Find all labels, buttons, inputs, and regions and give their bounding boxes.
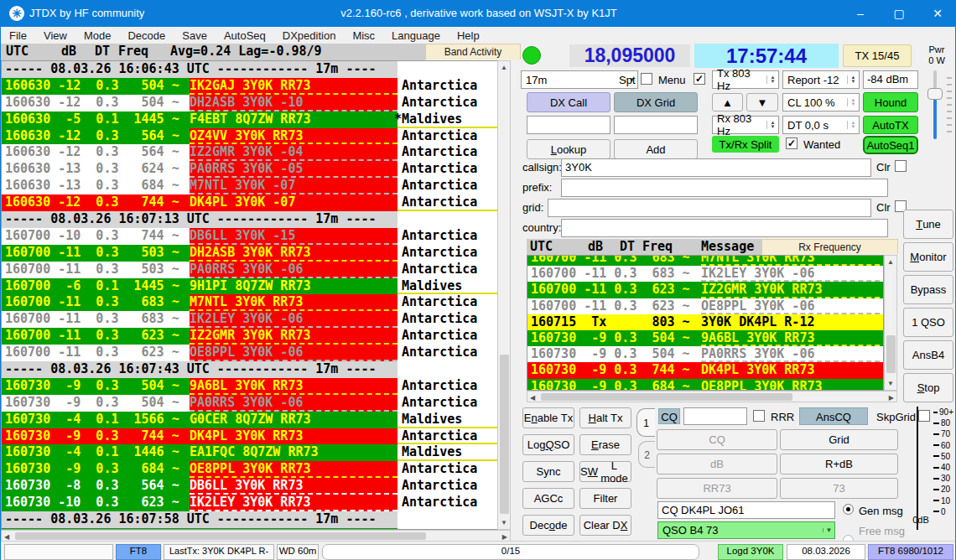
band-decode-row[interactable]: 160700 -11 0.3 683 ~ M7NTL 3Y0K RR73Anta…	[2, 294, 497, 311]
scroll-right-icon[interactable]: ▶	[889, 394, 894, 402]
msg-73-button[interactable]: 73	[780, 478, 898, 499]
scroll-up-icon[interactable]: ▲	[498, 64, 510, 71]
band-decode-row[interactable]: 160700 -11 0.3 623 ~ IZ2GMR 3Y0K RR73Ant…	[2, 328, 497, 345]
band-decode-row[interactable]: 160730 -9 0.3 744 ~ DK4PL 3Y0K RR73Antar…	[2, 428, 497, 445]
dbm-field[interactable]: -84 dBm	[863, 70, 918, 89]
band-decode-row[interactable]: 160630 -12 0.3 744 ~ DK4PL 3Y0K -07Antar…	[2, 194, 497, 211]
rx-frequency-vscrollbar[interactable]: ▲ ▼	[884, 255, 897, 391]
rx-decode-row[interactable]: 160730 -9 0.3 504 ~ PA0RRS 3Y0K -06	[527, 346, 883, 362]
log-qso-button[interactable]: Log QSO	[522, 434, 574, 455]
rx-decode-row[interactable]: 160700 -11 0.3 683 ~ IK2LEY 3Y0K -06	[527, 266, 883, 282]
swl-mode-button[interactable]: SWL mode	[579, 461, 631, 482]
menu-checkbox[interactable]: ✓	[694, 73, 705, 85]
menu-item-language[interactable]: Language	[383, 29, 449, 42]
anscq-button[interactable]: AnsCQ	[799, 407, 868, 425]
band-decode-row[interactable]: 160700 -11 0.3 503 ~ DH2ASB 3Y0K RR73Ant…	[2, 245, 497, 262]
scroll-thumb[interactable]	[541, 393, 792, 401]
scroll-right-icon[interactable]: ▶	[502, 533, 507, 541]
menu-item-view[interactable]: View	[35, 29, 75, 42]
msg-cq-button[interactable]: CQ	[657, 429, 777, 450]
msg-db-button[interactable]: dB	[657, 454, 777, 474]
scroll-down-icon[interactable]: ▼	[885, 380, 896, 387]
band-decode-row[interactable]: 160630 -5 0.1 1445 ~ F4EBT 8Q7ZW RR73*Ma…	[2, 111, 497, 128]
menu-item-misc[interactable]: Misc	[344, 29, 383, 42]
clear-dx-button[interactable]: Clear DX	[579, 515, 631, 536]
band-decode-row[interactable]: 160700 -11 0.3 623 ~ OE8PPL 3Y0K -06Anta…	[2, 345, 497, 361]
scroll-thumb[interactable]	[500, 355, 509, 514]
txrx-split-button[interactable]: Tx/Rx Split	[712, 136, 779, 153]
rx-decode-row[interactable]: 160730 -9 0.3 504 ~ 9A6BL 3Y0K RR73	[527, 330, 883, 346]
scroll-left-icon[interactable]: ◀	[530, 394, 535, 402]
menu-item-autoseq[interactable]: AutoSeq	[216, 29, 274, 42]
band-decode-row[interactable]: 160700 -11 0.3 683 ~ IK2LEY 3Y0K -06Anta…	[2, 311, 497, 328]
band-decode-row[interactable]: 160630 -12 0.3 504 ~ DH2ASB 3Y0K -10Anta…	[2, 95, 497, 111]
freq-down-button[interactable]: ▼	[746, 93, 778, 111]
band-decode-row[interactable]: 160630 -12 0.3 504 ~ IK2GAJ 3Y0K RR73Ant…	[2, 78, 497, 95]
spin-down-icon[interactable]: ▼	[771, 80, 776, 84]
spin-down-icon[interactable]: ▼	[851, 80, 856, 84]
wanted-checkbox[interactable]: ✓	[786, 137, 798, 149]
autoseq-button[interactable]: AutoSeq1	[863, 136, 918, 154]
scroll-down-icon[interactable]: ▼	[498, 519, 510, 526]
dx-grid-input[interactable]	[614, 116, 698, 134]
agcc-button[interactable]: AGCc	[522, 488, 574, 509]
menu-item-save[interactable]: Save	[174, 29, 216, 42]
rx-decode-row[interactable]: 160730 -9 0.3 744 ~ DK4PL 3Y0K RR73	[527, 362, 883, 378]
band-decode-row[interactable]: 160730 -8 0.3 564 ~ DB6LL 3Y0K RR73Antar…	[2, 478, 497, 495]
prefix-input[interactable]	[561, 179, 888, 197]
rx-decode-row[interactable]: 160700 -11 0.3 623 ~ IZ2GMR 3Y0K RR73	[527, 282, 883, 298]
menu-item-file[interactable]: File	[1, 29, 35, 42]
cq-chip[interactable]: CQ	[658, 408, 680, 424]
tx-freq-spinbox[interactable]: Tx 803 Hz ▲▼	[712, 70, 779, 89]
minimize-button[interactable]: –	[841, 0, 880, 27]
monitor-button[interactable]: Monitor	[903, 242, 953, 272]
msg-grid-button[interactable]: Grid	[780, 429, 898, 450]
one-qso-button[interactable]: 1 QSO	[903, 308, 953, 337]
dt-spinbox[interactable]: DT 0,0 s ▲▼	[782, 116, 860, 134]
report-spinbox[interactable]: Report -12 ▲▼	[782, 70, 860, 89]
grid-input[interactable]	[548, 199, 871, 217]
dx-call-input[interactable]	[527, 116, 610, 134]
menu-item-decode[interactable]: Decode	[119, 29, 174, 42]
rx-decode-row[interactable]: 160700 -11 0.3 683 ~ M7NTL 3Y0K RR73	[527, 255, 883, 266]
tab-band-activity[interactable]: Band Activity	[425, 44, 521, 60]
erase-button[interactable]: Erase	[579, 434, 631, 455]
menu-item-mode[interactable]: Mode	[75, 29, 120, 42]
scroll-left-icon[interactable]: ◀	[4, 533, 9, 541]
band-decode-row[interactable]: 160700 -6 0.1 1445 ~ 9H1PI 8Q7ZW RR73Mal…	[2, 278, 497, 295]
band-decode-row[interactable]: 160730 -9 0.3 684 ~ OE8PPL 3Y0K RR73Anta…	[2, 461, 497, 478]
decode-button[interactable]: Decode	[522, 515, 574, 536]
dx-grid-button[interactable]: DX Grid	[614, 92, 698, 112]
msg-rr73-button[interactable]: RR73	[657, 478, 777, 499]
qso-b4-dropdown[interactable]: QSO B4 73 ▼	[657, 521, 835, 539]
band-decode-row[interactable]: 160700 -10 0.3 744 ~ DB6LL 3Y0K -15Antar…	[2, 228, 497, 245]
spin-down-icon[interactable]: ▼	[851, 125, 856, 129]
band-decode-row[interactable]: 160730 -9 0.3 504 ~ PA0RRS 3Y0K -06Antar…	[2, 395, 497, 412]
enable-tx-button[interactable]: Enable Tx	[522, 407, 574, 428]
close-button[interactable]: ✕	[918, 0, 956, 27]
lookup-button[interactable]: Lookup	[527, 139, 610, 159]
callsign-input[interactable]: 3Y0K	[561, 158, 871, 177]
rx-decode-row[interactable]: 160715 Tx 803 ~ 3Y0K DK4PL R-12	[527, 314, 883, 330]
band-decode-row[interactable]: 160730 -4 0.1 1446 ~ EA1FQC 8Q7ZW RR73Ma…	[2, 444, 497, 461]
gen-msg-radio[interactable]	[843, 504, 854, 515]
cq-dir-input[interactable]	[683, 407, 747, 425]
halt-tx-button[interactable]: Halt Tx	[579, 407, 631, 428]
bypass-button[interactable]: Bypass	[903, 275, 953, 304]
filter-button[interactable]: Filter	[579, 488, 631, 509]
rx-freq-spinbox[interactable]: Rx 803 Hz ▲▼	[712, 116, 779, 134]
band-decode-row[interactable]: 160630 -13 0.3 624 ~ PA0RRS 3Y0K -05Anta…	[2, 161, 497, 178]
add-button[interactable]: Add	[614, 139, 698, 159]
cl-spinbox[interactable]: CL 100 % ▲▼	[782, 93, 860, 111]
scroll-up-icon[interactable]: ▲	[885, 258, 896, 266]
sync-button[interactable]: Sync	[522, 461, 574, 482]
freq-up-button[interactable]: ▲	[712, 93, 743, 111]
stop-button[interactable]: Stop	[903, 373, 953, 402]
rx-frequency-hscrollbar[interactable]: ◀ ▶	[527, 391, 897, 402]
band-activity-vscrollbar[interactable]: ▲ ▼	[497, 60, 511, 530]
band-decode-row[interactable]: 160630 -13 0.3 684 ~ M7NTL 3Y0K -07Antar…	[2, 178, 497, 194]
gen-msg-input[interactable]: CQ DK4PL JO61	[657, 501, 835, 519]
pwr-slider-handle[interactable]	[927, 88, 943, 100]
maximize-button[interactable]: ▢	[880, 0, 918, 27]
band-decode-row[interactable]: 160630 -12 0.3 564 ~ OZ4VV 3Y0K RR73Anta…	[2, 128, 497, 145]
